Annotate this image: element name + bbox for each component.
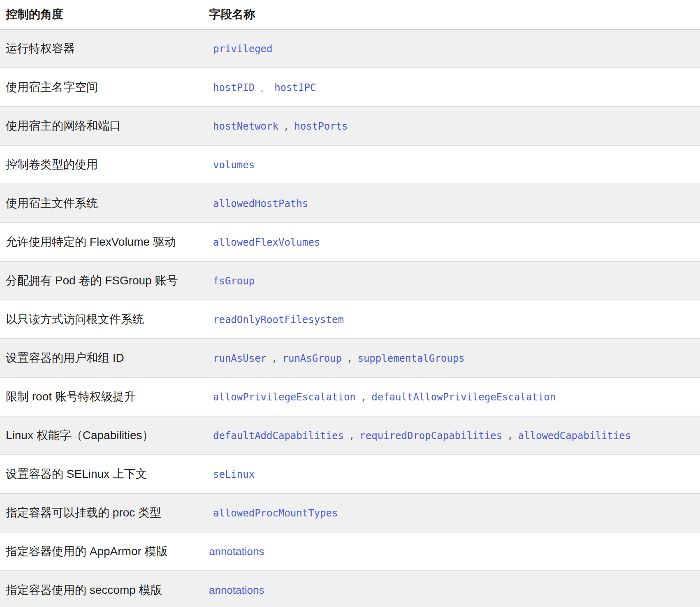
fields-cell: hostPID、hostIPC — [203, 68, 700, 107]
table-row: 设置容器的用户和组 ID runAsUser,runAsGroup,supple… — [0, 339, 700, 377]
fields-cell: annotations — [203, 532, 700, 571]
field-text-link[interactable]: annotations — [209, 584, 264, 596]
table-row: 限制 root 账号特权级提升 allowPrivilegeEscalation… — [0, 377, 700, 416]
field-code-link[interactable]: hostPorts — [294, 121, 348, 132]
field-code-link[interactable]: allowedCapabilities — [518, 430, 631, 442]
fields-cell: allowedProcMountTypes — [203, 493, 700, 532]
table-row: 运行特权容器 privileged — [0, 29, 700, 68]
field-code-link[interactable]: fsGroup — [213, 275, 255, 287]
fields-cell: fsGroup — [203, 261, 700, 300]
field-code-link[interactable]: hostNetwork — [213, 121, 278, 132]
aspect-cell: 使用宿主的网络和端口 — [0, 107, 203, 145]
field-code-link[interactable]: allowedHostPaths — [213, 198, 308, 209]
col-header-control-aspect: 控制的角度 — [0, 0, 203, 29]
aspect-cell: 设置容器的 SELinux 上下文 — [0, 455, 203, 493]
field-separator: , — [348, 430, 355, 442]
fields-cell: annotations — [203, 571, 700, 607]
field-code-link[interactable]: hostPID — [213, 82, 255, 93]
aspect-cell: 指定容器使用的 seccomp 模版 — [0, 571, 203, 607]
field-text-link[interactable]: annotations — [209, 545, 264, 558]
security-policy-table: 控制的角度 字段名称 运行特权容器 privileged 使用宿主名字空间 ho… — [0, 0, 700, 607]
field-code-link[interactable]: hostIPC — [274, 82, 316, 93]
aspect-cell: 使用宿主名字空间 — [0, 68, 203, 107]
table-row: 指定容器可以挂载的 proc 类型 allowedProcMountTypes — [0, 493, 700, 532]
aspect-cell: 设置容器的用户和组 ID — [0, 339, 203, 377]
field-code-link[interactable]: readOnlyRootFilesystem — [213, 314, 344, 326]
field-code-link[interactable]: privileged — [213, 43, 273, 55]
aspect-cell: 以只读方式访问根文件系统 — [0, 300, 203, 339]
header-row: 控制的角度 字段名称 — [0, 0, 700, 29]
field-code-link[interactable]: defaultAddCapabilities — [213, 430, 344, 442]
field-separator: 、 — [259, 82, 270, 93]
aspect-cell: 允许使用特定的 FlexVolume 驱动 — [0, 223, 203, 261]
table-row: 指定容器使用的 seccomp 模版 annotations — [0, 571, 700, 607]
aspect-cell: 指定容器使用的 AppArmor 模版 — [0, 532, 203, 571]
table-row: 分配拥有 Pod 卷的 FSGroup 账号 fsGroup — [0, 261, 700, 300]
table-body: 运行特权容器 privileged 使用宿主名字空间 hostPID、hostI… — [0, 29, 700, 607]
table-row: 控制卷类型的使用 volumes — [0, 145, 700, 184]
table-row: 允许使用特定的 FlexVolume 驱动 allowedFlexVolumes — [0, 223, 700, 261]
field-code-link[interactable]: requiredDropCapabilities — [359, 430, 502, 442]
field-code-link[interactable]: runAsUser — [213, 353, 267, 364]
field-separator: , — [283, 121, 290, 132]
table-row: 指定容器使用的 AppArmor 模版 annotations — [0, 532, 700, 571]
field-separator: , — [360, 391, 367, 403]
table-row: 设置容器的 SELinux 上下文 seLinux — [0, 455, 700, 493]
field-code-link[interactable]: allowedFlexVolumes — [213, 237, 320, 248]
field-code-link[interactable]: allowedProcMountTypes — [213, 507, 338, 519]
aspect-cell: 指定容器可以挂载的 proc 类型 — [0, 493, 203, 532]
fields-cell: allowPrivilegeEscalation,defaultAllowPri… — [203, 377, 700, 416]
fields-cell: seLinux — [203, 455, 700, 493]
field-code-link[interactable]: runAsGroup — [283, 353, 342, 364]
aspect-cell: 分配拥有 Pod 卷的 FSGroup 账号 — [0, 261, 203, 300]
field-code-link[interactable]: volumes — [213, 159, 255, 171]
col-header-field-names: 字段名称 — [203, 0, 700, 29]
fields-cell: hostNetwork,hostPorts — [203, 107, 700, 145]
table-row: Linux 权能字（Capabilities） defaultAddCapabi… — [0, 416, 700, 455]
fields-cell: defaultAddCapabilities,requiredDropCapab… — [203, 416, 700, 455]
aspect-cell: 限制 root 账号特权级提升 — [0, 377, 203, 416]
aspect-cell: 运行特权容器 — [0, 29, 203, 68]
fields-cell: allowedHostPaths — [203, 184, 700, 223]
aspect-cell: 使用宿主文件系统 — [0, 184, 203, 223]
table-row: 以只读方式访问根文件系统 readOnlyRootFilesystem — [0, 300, 700, 339]
field-separator: , — [271, 353, 278, 364]
aspect-cell: Linux 权能字（Capabilities） — [0, 416, 203, 455]
field-code-link[interactable]: defaultAllowPrivilegeEscalation — [371, 391, 556, 403]
table-header: 控制的角度 字段名称 — [0, 0, 700, 29]
table-row: 使用宿主名字空间 hostPID、hostIPC — [0, 68, 700, 107]
field-code-link[interactable]: supplementalGroups — [357, 353, 464, 364]
fields-cell: privileged — [203, 29, 700, 68]
fields-cell: runAsUser,runAsGroup,supplementalGroups — [203, 339, 700, 377]
aspect-cell: 控制卷类型的使用 — [0, 145, 203, 184]
field-code-link[interactable]: allowPrivilegeEscalation — [213, 391, 356, 403]
fields-cell: allowedFlexVolumes — [203, 223, 700, 261]
field-code-link[interactable]: seLinux — [213, 469, 255, 480]
field-separator: , — [506, 430, 514, 442]
fields-cell: volumes — [203, 145, 700, 184]
table-row: 使用宿主的网络和端口 hostNetwork,hostPorts — [0, 107, 700, 145]
table-row: 使用宿主文件系统 allowedHostPaths — [0, 184, 700, 223]
fields-cell: readOnlyRootFilesystem — [203, 300, 700, 339]
field-separator: , — [346, 353, 353, 364]
